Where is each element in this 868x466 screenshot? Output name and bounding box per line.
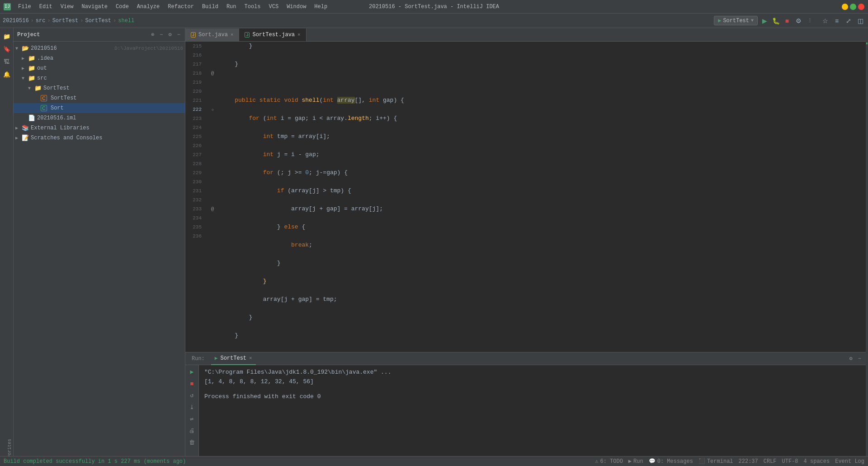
terminal-status[interactable]: ⬛ Terminal [698,458,733,465]
side-toolbar: 📁 🔖 🏗 🔔 ★ Favorites [0,28,14,456]
code-line-218: public static void shell(int array[], in… [221,96,866,105]
more-button[interactable]: ⋮ [805,16,815,26]
breadcrumb-sorttest-class[interactable]: SortTest [85,18,111,24]
code-line-230: } [221,313,866,322]
code-line-223: if (array[j] > tmp) { [221,186,866,195]
close-sorttest-tab[interactable]: × [297,32,301,38]
code-line-220: int tmp = array[i]; [221,132,866,141]
run-print-btn[interactable]: 🖨 [187,426,197,436]
run-clear-btn[interactable]: 🗑 [187,437,197,447]
code-line-231: } [221,331,866,340]
run-scroll-end-btn[interactable]: ⤓ [187,402,197,412]
run-settings-icon[interactable]: ⚙ [849,354,854,363]
code-line-227: } [221,259,866,268]
menu-tools[interactable]: Tools [241,3,264,11]
tree-item-out[interactable]: ▶ 📁 out [14,63,185,73]
tree-item-src[interactable]: ▼ 📁 src [14,73,185,83]
code-line-225: } else { [221,223,866,232]
maximize-button[interactable]: □ [850,4,856,10]
menu-view[interactable]: View [57,3,77,11]
menu-build[interactable]: Build [198,3,222,11]
todo-status[interactable]: ⚠ 6: TODO [595,458,623,465]
collapse-panel-button[interactable]: ◫ [855,16,865,26]
code-line-217 [221,78,866,87]
run-button[interactable]: ▶ [760,16,769,26]
messages-status[interactable]: 💬 0: Messages [649,458,693,465]
menu-analyze[interactable]: Analyze [133,3,163,11]
run-tab-sorttest[interactable]: ▶ SortTest × [211,352,256,365]
menu-navigate[interactable]: Navigate [78,3,111,11]
run-status[interactable]: ▶ Run [628,458,643,465]
right-indicator [866,28,868,456]
favorites-icon[interactable]: ★ Favorites [2,446,12,456]
run-configuration[interactable]: ▶ SortTest ▼ [714,16,758,25]
breadcrumb-src[interactable]: src [36,18,46,24]
menu-file[interactable]: File [14,3,35,11]
title-bar: IJ File Edit View Navigate Code Analyze … [0,0,868,14]
menu-vcs[interactable]: VCS [265,3,283,11]
line-ending[interactable]: CRLF [764,458,777,465]
breadcrumb-sorttest-folder[interactable]: SortTest [52,18,79,24]
tree-item-sort-class[interactable]: C Sort [14,103,185,113]
indent[interactable]: 4 spaces [804,458,830,465]
run-play-btn[interactable]: ▶ [187,367,197,377]
tree-item-sorttest-class[interactable]: C SortTest [14,93,185,103]
tree-item-ext-libs[interactable]: ▶ 📚 External Libraries [14,123,185,133]
menu-run[interactable]: Run [223,3,240,11]
stop-button[interactable]: ■ [782,16,792,26]
panel-hide-icon[interactable]: − [176,31,181,39]
notifications-icon[interactable]: 🔔 [2,70,12,80]
structure-icon[interactable]: 🏗 [2,57,12,67]
run-hide-icon[interactable]: − [857,355,862,363]
code-line-219: for (int i = gap; i < array.length; i++)… [221,114,866,123]
code-line-229: array[j + gap] = tmp; [221,295,866,304]
cursor-position[interactable]: 222:37 [739,458,758,465]
menu-code[interactable]: Code [112,3,132,11]
encoding[interactable]: UTF-8 [782,458,798,465]
editor-content[interactable]: 215 216 217 218 219 220 221 222 223 224 … [185,42,866,352]
menu-edit[interactable]: Edit [36,3,56,11]
bookmark-button[interactable]: ☆ [820,16,830,26]
code-content[interactable]: } } public static void shell(int array[]… [217,42,866,352]
build-status[interactable]: Build completed successfully in 1 s 227 … [4,458,186,465]
build-button[interactable]: ⚙ [793,16,803,26]
breadcrumb-shell[interactable]: shell [118,18,134,24]
run-output: "C:\Program Files\Java\jdk1.8.0_192\bin\… [199,365,866,456]
run-side-buttons: ▶ ■ ↺ ⤓ ⇌ 🖨 🗑 [185,365,199,456]
main-content: 📁 🔖 🏗 🔔 ★ Favorites Project ⊕ − ⚙ − ▼ 📂 … [0,28,868,456]
close-sort-tab[interactable]: × [231,32,234,38]
panel-collapse-icon[interactable]: − [159,31,164,39]
close-run-tab[interactable]: × [249,356,252,361]
tree-item-project[interactable]: ▼ 📂 20210516 D:\JavaProject\20210516 [14,43,185,53]
project-tree: ▼ 📂 20210516 D:\JavaProject\20210516 ▶ 📁… [14,42,185,456]
expand-button[interactable]: ⤢ [844,16,854,26]
run-output-result: [1, 4, 8, 8, 8, 12, 32, 45, 56] [204,377,860,387]
tree-item-sorttest-folder[interactable]: ▼ 📁 SortTest [14,83,185,93]
breadcrumb: 20210516 › src › SortTest › SortTest › s… [3,18,134,24]
bookmarks-icon[interactable]: 🔖 [2,44,12,54]
project-panel-title: Project [17,32,146,38]
panel-settings-icon[interactable]: ⚙ [168,30,173,39]
project-icon[interactable]: 📁 [2,32,12,42]
menu-help[interactable]: Help [311,3,331,11]
code-line-228: } [221,277,866,286]
panel-sync-icon[interactable]: ⊕ [150,30,155,39]
run-rerun-btn[interactable]: ↺ [187,390,197,400]
window-controls: − □ × [842,4,864,10]
tree-item-scratches[interactable]: ▶ 📝 Scratches and Consoles [14,133,185,143]
close-button[interactable]: × [858,4,864,10]
tab-sorttest[interactable]: J SortTest.java × [239,29,306,41]
run-soft-wrap-btn[interactable]: ⇌ [187,414,197,424]
tree-item-idea[interactable]: ▶ 📁 .idea [14,53,185,63]
window-title: 20210516 - SortTest.java - IntelliJ IDEA [369,4,499,10]
menu-refactor[interactable]: Refactor [164,3,198,11]
debug-button[interactable]: 🐛 [771,16,781,26]
structure-button[interactable]: ≡ [832,16,842,26]
run-stop-btn[interactable]: ■ [187,379,197,389]
event-log[interactable]: Event Log [835,458,864,465]
tree-item-iml[interactable]: 📄 20210516.iml [14,113,185,123]
minimize-button[interactable]: − [842,4,848,10]
breadcrumb-project[interactable]: 20210516 [3,18,29,24]
tab-sort[interactable]: J Sort.java × [185,29,239,41]
menu-window[interactable]: Window [283,3,310,11]
